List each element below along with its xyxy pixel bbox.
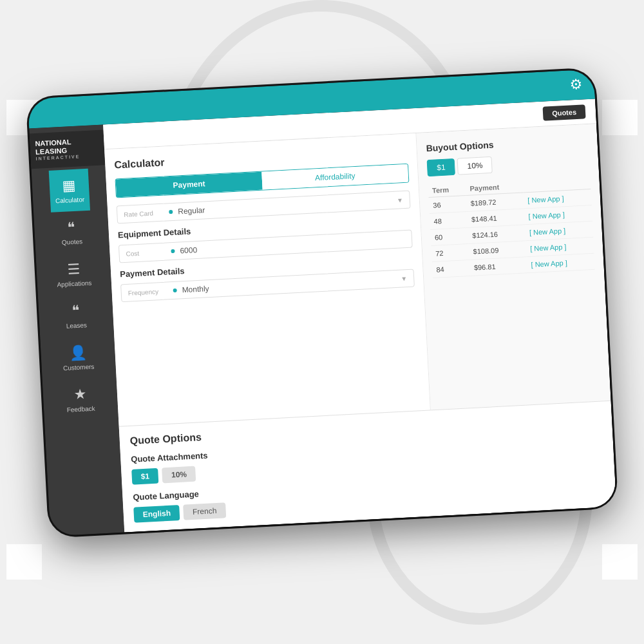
corner-square-bl — [6, 544, 42, 580]
frequency-dot — [173, 289, 177, 292]
lang-btn-english[interactable]: English — [133, 505, 180, 523]
tab-payment[interactable]: Payment — [116, 172, 263, 198]
attachment-btn-$1[interactable]: $1 — [131, 468, 159, 485]
applications-icon: ☰ — [67, 260, 80, 278]
frequency-label: Frequency — [128, 287, 173, 297]
rate-card-value: Regular — [178, 196, 397, 216]
sidebar-item-applications[interactable]: ☰ Applications — [53, 252, 95, 296]
tab-affordability[interactable]: Affordability — [261, 164, 408, 190]
sidebar-item-leases[interactable]: ❝ Leases — [55, 294, 97, 337]
sidebar-item-customers[interactable]: 👤 Customers — [57, 336, 99, 379]
sidebar-item-calculator[interactable]: ▦ Calculator — [48, 168, 90, 212]
new-app-link[interactable]: [ New App ] — [529, 227, 566, 236]
cell-term: 36 — [429, 196, 468, 214]
feedback-icon: ★ — [73, 386, 87, 403]
attachment-btn-10pct[interactable]: 10% — [162, 466, 196, 484]
cost-value: 6000 — [180, 234, 405, 255]
frequency-arrow: ▼ — [401, 275, 407, 283]
rate-card-dot — [169, 210, 173, 214]
new-app-link[interactable]: [ New App ] — [527, 194, 564, 204]
buyout-tabs: $110% — [427, 151, 590, 176]
quotes-button[interactable]: Quotes — [543, 104, 586, 120]
cell-term: 60 — [430, 227, 469, 245]
logo-area: National Leasing Interactive — [30, 129, 106, 169]
sidebar-label-quotes: Quotes — [62, 238, 83, 246]
content-area: Quotes Calculator Payment Affordability — [103, 99, 616, 532]
new-app-link[interactable]: [ New App ] — [528, 211, 565, 220]
calculator-icon: ▦ — [62, 177, 76, 194]
frequency-value: Monthly — [182, 274, 401, 295]
two-col-layout: Calculator Payment Affordability Rate Ca… — [104, 124, 611, 426]
customers-icon: 👤 — [69, 344, 87, 361]
corner-square-tr — [602, 100, 638, 135]
cell-term: 84 — [432, 260, 471, 278]
calculator-panel: Calculator Payment Affordability Rate Ca… — [104, 133, 431, 426]
quotes-icon: ❝ — [67, 219, 75, 236]
cost-dot — [171, 249, 175, 253]
cell-term: 48 — [430, 212, 468, 230]
corner-square-br — [602, 544, 638, 580]
cost-label: Cost — [126, 248, 171, 258]
cell-term: 72 — [431, 243, 470, 261]
new-app-link[interactable]: [ New App ] — [531, 259, 567, 269]
sidebar-label-calculator: Calculator — [55, 196, 85, 204]
rate-card-label: Rate Card — [124, 209, 169, 218]
sidebar-label-customers: Customers — [63, 363, 95, 372]
tablet: ⚙ National Leasing Interactive ▦ Calcula… — [28, 69, 616, 536]
cell-payment: $96.81 — [469, 257, 527, 276]
sidebar-item-feedback[interactable]: ★ Feedback — [59, 377, 101, 421]
sidebar-label-leases: Leases — [66, 321, 87, 330]
leases-icon: ❝ — [71, 302, 80, 319]
rate-card-arrow: ▼ — [397, 196, 403, 204]
lang-btn-french[interactable]: French — [183, 502, 226, 520]
new-app-link[interactable]: [ New App ] — [530, 243, 567, 252]
buyout-tab-$1[interactable]: $1 — [427, 158, 456, 176]
buyout-title: Buyout Options — [426, 135, 588, 153]
sidebar-label-applications: Applications — [57, 279, 91, 288]
payment-table: Term Payment 36 $189.72 [ New App ] 48 $… — [428, 176, 595, 278]
sidebar-item-quotes[interactable]: ❝ Quotes — [51, 210, 93, 254]
sidebar-label-feedback: Feedback — [66, 404, 95, 413]
buyout-tab-10pct[interactable]: 10% — [457, 156, 493, 175]
buyout-panel: Buyout Options $110% Term Payment — [416, 124, 611, 410]
settings-icon[interactable]: ⚙ — [569, 76, 583, 93]
